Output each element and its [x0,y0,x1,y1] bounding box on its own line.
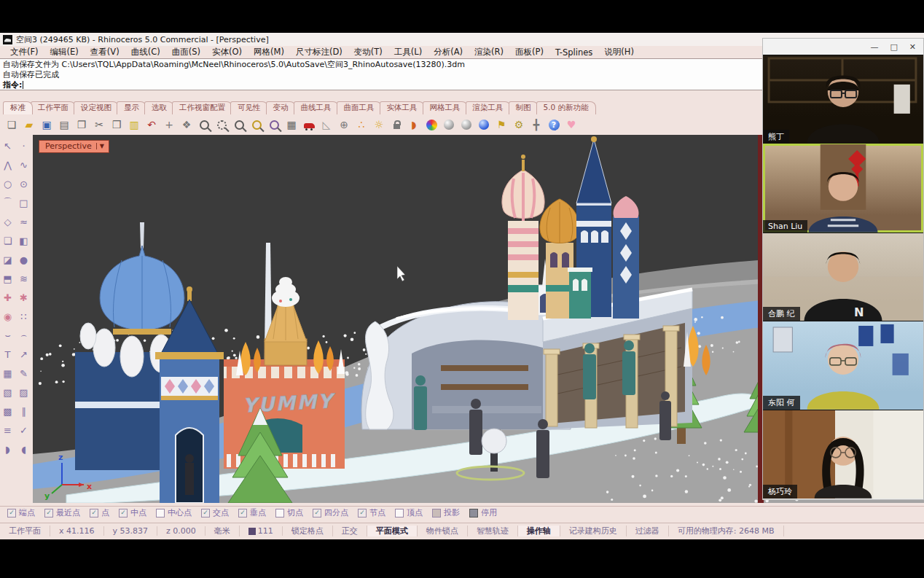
checkbox[interactable] [432,509,441,518]
solid-edit-icon[interactable]: ▧ [0,383,15,402]
video-tile[interactable]: 东阳 何 [763,321,923,410]
zoom-window-icon[interactable] [214,117,229,132]
checkbox[interactable] [469,509,478,518]
array-points-icon[interactable]: ∷ [16,307,31,326]
osnap-垂点[interactable]: ✓垂点 [238,507,266,518]
checkbox[interactable]: ✓ [119,509,128,518]
notebook-icon[interactable]: ≡ [0,421,15,440]
zoom-extents-icon[interactable] [249,117,264,132]
menu-网格(M)[interactable]: 网格(M) [248,46,290,58]
checkbox[interactable]: ✓ [201,509,210,518]
osnap-最近点[interactable]: ✓最近点 [44,507,80,518]
menu-尺寸标注(D)[interactable]: 尺寸标注(D) [290,46,348,58]
blend-curve-icon[interactable]: ⌢ [16,326,31,345]
properties-icon[interactable]: ❐ [74,117,89,132]
surface-icon[interactable]: ❏ [0,231,15,250]
status-z 0.000[interactable]: z 0.000 [157,526,205,536]
point-icon[interactable]: · [16,136,31,155]
osnap-交点[interactable]: ✓交点 [201,507,229,518]
render-blue-sphere-icon[interactable] [477,117,491,132]
status-物件锁点[interactable]: 物件锁点 [418,526,468,536]
status-正交[interactable]: 正交 [333,526,367,536]
new-file-icon[interactable]: ❏ [4,117,19,132]
menu-说明(H)[interactable]: 说明(H) [598,46,640,58]
layer-network-icon[interactable]: ∴ [354,117,369,132]
checkbox[interactable] [395,509,404,518]
status-工作平面[interactable]: 工作平面 [0,526,50,536]
menu-实体(O)[interactable]: 实体(O) [206,46,248,58]
select-arrow-icon[interactable]: ↖ [0,136,15,155]
status-锁定格点[interactable]: 锁定格点 [283,526,333,536]
menu-面板(P)[interactable]: 面板(P) [509,46,549,58]
arc-icon[interactable]: ⌒ [0,193,15,212]
viewport-layout-icon[interactable]: ▦ [284,117,299,132]
freeform-curve-icon[interactable]: ≈ [16,212,31,231]
video-tile[interactable]: 熊丁 [763,55,923,144]
osnap-disable[interactable]: 停用 [469,507,497,518]
osnap-四分点[interactable]: ✓四分点 [313,507,348,518]
osnap-端点[interactable]: ✓端点 [7,507,35,518]
scale-icon[interactable]: ↗ [16,345,31,364]
box-icon[interactable]: ◪ [0,250,15,269]
menu-分析(A)[interactable]: 分析(A) [428,46,469,58]
status-平面模式[interactable]: 平面模式 [367,526,418,536]
lock-icon[interactable] [389,117,404,132]
osnap-顶点[interactable]: 顶点 [395,507,423,518]
osnap-中心点[interactable]: 中心点 [156,507,192,518]
flag-icon[interactable]: ⚑ [494,117,509,132]
status-可用的物理内存: 2648 MB[interactable]: 可用的物理内存: 2648 MB [669,526,784,536]
control-point-curve-icon[interactable]: ∿ [16,155,31,174]
undo-icon[interactable]: ↶ [144,117,159,132]
favorites-heart-icon[interactable]: ♥ [564,117,579,132]
checkbox[interactable]: ✓ [238,509,247,518]
osnap-project[interactable]: 投影 [432,507,460,518]
array-rect-icon[interactable]: ▩ [0,402,15,421]
extrude-icon[interactable]: ⬒ [0,269,15,288]
menu-渲染(R)[interactable]: 渲染(R) [469,46,509,58]
status-过滤器[interactable]: 过滤器 [627,526,669,536]
minimize-button[interactable]: — [870,42,878,52]
tab-工作平面[interactable]: 工作平面 [31,101,76,114]
sphere-icon[interactable]: ● [16,250,31,269]
checkbox[interactable]: ✓ [44,509,53,518]
tab-设定视图[interactable]: 设定视图 [74,101,119,114]
zoom-selected-icon[interactable] [232,117,246,132]
boolean-difference-icon[interactable]: ◉ [0,307,15,326]
status-记录建构历史[interactable]: 记录建构历史 [560,526,627,536]
osnap-中点[interactable]: ✓中点 [119,507,146,518]
rectangle-icon[interactable]: □ [16,193,31,212]
viewport-label[interactable]: Perspective ▼ [39,140,109,153]
render-sphere-icon[interactable] [442,117,456,132]
osnap-切点[interactable]: 切点 [275,507,303,518]
pan-icon[interactable]: + [162,117,176,132]
circle-icon[interactable]: ○ [0,174,15,193]
ellipse-icon[interactable]: ⊙ [16,174,31,193]
tab-渲染工具[interactable]: 渲染工具 [466,101,511,114]
cap-hole-icon[interactable]: ◖ [16,440,31,458]
save-icon[interactable]: ▣ [39,117,54,132]
restore-button[interactable]: □ [890,42,897,52]
menu-T-Splines[interactable]: T-Splines [549,47,598,58]
polyline-icon[interactable]: ⋀ [0,155,15,174]
checkbox[interactable]: ✓ [358,509,367,518]
material-sphere-icon[interactable] [459,117,474,132]
checkbox[interactable] [275,509,284,518]
menu-变动(T)[interactable]: 变动(T) [348,46,388,58]
video-tile[interactable]: 杨巧玲 [763,410,923,499]
check-selection-icon[interactable]: ✓ [16,421,31,440]
display-mode-icon[interactable]: ◗ [407,117,421,132]
open-file-icon[interactable]: ▰ [22,117,36,132]
help-icon[interactable]: ? [547,117,561,132]
fillet-curve-icon[interactable]: ⌣ [0,326,15,345]
tab-曲面工具[interactable]: 曲面工具 [337,101,382,114]
tab-选取[interactable]: 选取 [144,101,174,114]
video-tile[interactable]: N 合鹏 纪 [763,233,923,321]
shadow-solid-icon[interactable]: ◗ [0,440,15,458]
status-智慧轨迹[interactable]: 智慧轨迹 [468,526,518,536]
lamp-icon[interactable]: ☼ [372,117,386,132]
status-操作轴[interactable]: 操作轴 [518,526,560,536]
boolean-union-icon[interactable]: ✚ [0,288,15,307]
status-毫米[interactable]: 毫米 [205,526,240,536]
patch-surface-icon[interactable]: ◧ [16,231,31,250]
chevron-down-icon[interactable]: ▼ [96,143,104,149]
